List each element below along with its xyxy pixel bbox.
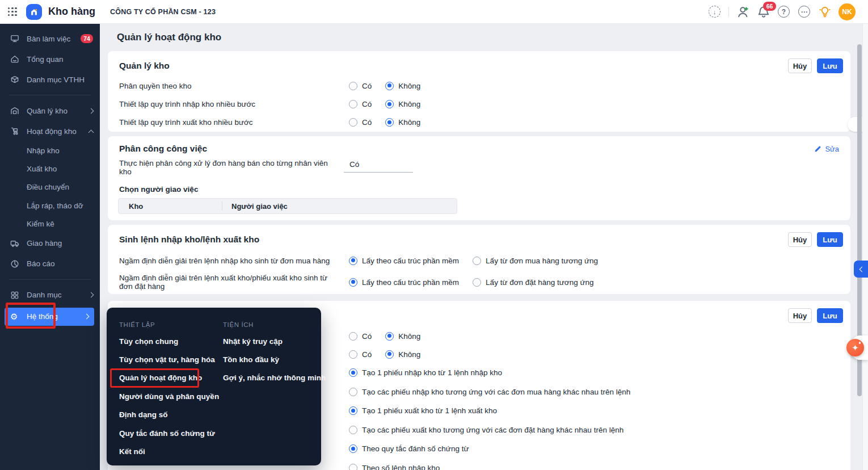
radio-option[interactable]: Lấy từ đơn mua hàng tương ứng <box>473 257 598 265</box>
user-avatar[interactable]: NK <box>838 3 856 20</box>
radio-unselected[interactable] <box>349 118 357 127</box>
radio-unselected[interactable] <box>349 350 357 359</box>
save-button[interactable]: Lưu <box>817 232 843 247</box>
radio-selected[interactable] <box>385 100 394 108</box>
cancel-button[interactable]: Hủy <box>788 58 812 73</box>
form-row: Ngầm định diễn giải trên lệnh nhập kho s… <box>119 251 839 270</box>
radio-option[interactable]: Tạo 1 phiếu xuất kho từ 1 lệnh xuất kho <box>349 406 497 415</box>
menu-item-tuy-chon-chung[interactable]: Tùy chọn chung <box>119 332 219 350</box>
radio-selected[interactable] <box>349 278 357 287</box>
overview-icon <box>10 54 19 64</box>
radio-option-khong[interactable]: Không <box>385 100 420 108</box>
chevron-left-icon <box>859 266 865 272</box>
radio-option-co[interactable]: Có <box>349 82 372 90</box>
radio-unselected[interactable] <box>349 426 357 434</box>
cancel-button[interactable]: Hủy <box>788 232 812 247</box>
sidebar-item-warehouse-activity[interactable]: Hoạt động kho <box>0 121 100 141</box>
menu-item-ton-kho-dau-ky[interactable]: Tồn kho đầu kỳ <box>223 350 326 368</box>
popup-section-thiet-lap: THIẾT LẬP <box>119 317 219 332</box>
sidebar-divider <box>9 95 91 95</box>
desk-icon <box>10 34 19 43</box>
radio-selected[interactable] <box>349 368 357 377</box>
sidebar-subitem-lap-rap[interactable]: Lắp ráp, tháo dỡ <box>0 196 100 215</box>
radio-selected[interactable] <box>385 118 394 127</box>
radio-option-co[interactable]: Có <box>349 350 372 359</box>
radio-option-co[interactable]: Có <box>349 118 372 127</box>
page-title: Quản lý hoạt động kho <box>117 32 221 43</box>
radio-option[interactable]: Theo quy tắc đánh số chứng từ <box>349 444 469 453</box>
sidebar-subitem-kiem-ke[interactable]: Kiểm kê <box>0 215 100 233</box>
radio-selected[interactable] <box>349 406 357 415</box>
radio-unselected[interactable] <box>349 332 357 341</box>
col-header-kho[interactable]: Kho <box>119 202 222 211</box>
collapse-panel-tab[interactable] <box>854 261 868 278</box>
radio-selected[interactable] <box>385 350 394 359</box>
radio-unselected[interactable] <box>349 464 357 470</box>
update-icon[interactable]: ↓ <box>708 5 721 18</box>
radio-option[interactable]: Lấy theo cấu trúc phần mềm <box>349 257 459 265</box>
notifications-bell-icon[interactable]: 66 <box>757 5 770 18</box>
sidebar-subitem-xuat-kho[interactable]: Xuất kho <box>0 160 100 178</box>
radio-option[interactable]: Theo số lệnh nhập kho <box>349 464 440 470</box>
sidebar-subitem-dieu-chuyen[interactable]: Điều chuyển <box>0 178 100 196</box>
radio-option-khong[interactable]: Không <box>385 332 420 341</box>
form-row: Ngầm định diễn giải trên lệnh xuất kho/p… <box>119 270 839 295</box>
invite-user-icon[interactable] <box>736 5 749 18</box>
company-name[interactable]: CÔNG TY CỔ PHẦN CSM - 123 <box>110 8 216 16</box>
chevron-up-icon <box>89 129 94 135</box>
menu-item-nguoi-dung-phan-quyen[interactable]: Người dùng và phân quyền <box>119 387 219 405</box>
radio-selected[interactable] <box>385 332 394 341</box>
sidebar-item-overview[interactable]: Tổng quan <box>0 49 100 69</box>
radio-option[interactable]: Lấy từ đơn đặt hàng tương ứng <box>473 278 593 287</box>
scrollbar-track[interactable] <box>862 0 868 470</box>
sidebar-item-category[interactable]: Danh mục <box>0 285 100 305</box>
sidebar-item-reports[interactable]: Báo cáo <box>0 254 100 274</box>
save-button[interactable]: Lưu <box>817 58 843 73</box>
radio-option-co[interactable]: Có <box>349 100 372 108</box>
sidebar-item-desk[interactable]: Bàn làm việc 74 <box>0 28 100 49</box>
discover-lightbulb-icon[interactable] <box>818 5 831 18</box>
menu-item-tuy-chon-vat-tu[interactable]: Tùy chọn vật tư, hàng hóa <box>119 350 219 368</box>
app-launcher-icon[interactable] <box>7 6 18 18</box>
menu-item-ket-noi[interactable]: Kết nối <box>119 442 219 460</box>
topbar: Kho hàng CÔNG TY CỔ PHẦN CSM - 123 ↓ 66 … <box>0 0 868 24</box>
menu-item-quan-ly-hoat-dong-kho[interactable]: Quản lý hoạt động kho <box>119 369 219 387</box>
form-row: Thiết lập quy trình nhập kho nhiều bước … <box>119 95 839 113</box>
edit-link[interactable]: Sửa <box>814 145 839 153</box>
ai-assistant-button[interactable]: ✦ <box>846 339 864 356</box>
radio-unselected[interactable] <box>349 82 357 90</box>
radio-option[interactable]: Tạo 1 phiếu nhập kho từ 1 lệnh nhập kho <box>349 368 502 377</box>
save-button[interactable]: Lưu <box>817 308 843 323</box>
sidebar-item-delivery[interactable]: Giao hàng <box>0 233 100 254</box>
radio-unselected[interactable] <box>473 278 481 287</box>
radio-unselected[interactable] <box>349 100 357 108</box>
radio-selected[interactable] <box>385 82 394 90</box>
col-header-nguoi-giao-viec[interactable]: Người giao việc <box>222 202 288 211</box>
radio-option-khong[interactable]: Không <box>385 118 420 127</box>
radio-unselected[interactable] <box>473 257 481 265</box>
sidebar-item-system[interactable]: ⚙ Hệ thống <box>5 308 94 326</box>
menu-item-nhat-ky-truy-cap[interactable]: Nhật ký truy cập <box>223 332 326 350</box>
radio-option[interactable]: Lấy theo cấu trúc phần mềm <box>349 278 459 287</box>
app-logo-icon[interactable] <box>26 4 42 20</box>
menu-item-quy-tac-danh-so[interactable]: Quy tắc đánh số chứng từ <box>119 424 219 442</box>
radio-unselected[interactable] <box>349 388 357 396</box>
radio-option[interactable]: Tạo các phiếu nhập kho tương ứng với các… <box>349 388 630 396</box>
card-title: Quản lý kho <box>119 61 170 71</box>
assignment-select[interactable]: Có <box>344 160 413 173</box>
radio-option[interactable]: Tạo các phiếu xuất kho tương ứng với các… <box>349 426 623 434</box>
radio-selected[interactable] <box>349 444 357 453</box>
radio-selected[interactable] <box>349 257 357 265</box>
help-icon[interactable]: ? <box>777 5 790 18</box>
menu-item-goi-y-nhac-nho[interactable]: Gợi ý, nhắc nhở thông minh <box>223 369 326 387</box>
more-options-icon[interactable]: ⋯ <box>798 5 811 18</box>
sidebar-item-warehouse-mgmt[interactable]: Quản lý kho <box>0 100 100 121</box>
radio-option-co[interactable]: Có <box>349 332 372 341</box>
radio-option-khong[interactable]: Không <box>385 350 420 359</box>
sidebar-subitem-nhap-kho[interactable]: Nhập kho <box>0 141 100 160</box>
radio-option-khong[interactable]: Không <box>385 82 420 90</box>
sidebar-item-catalog-vthh[interactable]: Danh mục VTHH <box>0 69 100 90</box>
menu-item-dinh-dang-so[interactable]: Định dạng số <box>119 406 219 424</box>
cancel-button[interactable]: Hủy <box>788 308 812 323</box>
trolley-icon <box>10 127 19 136</box>
